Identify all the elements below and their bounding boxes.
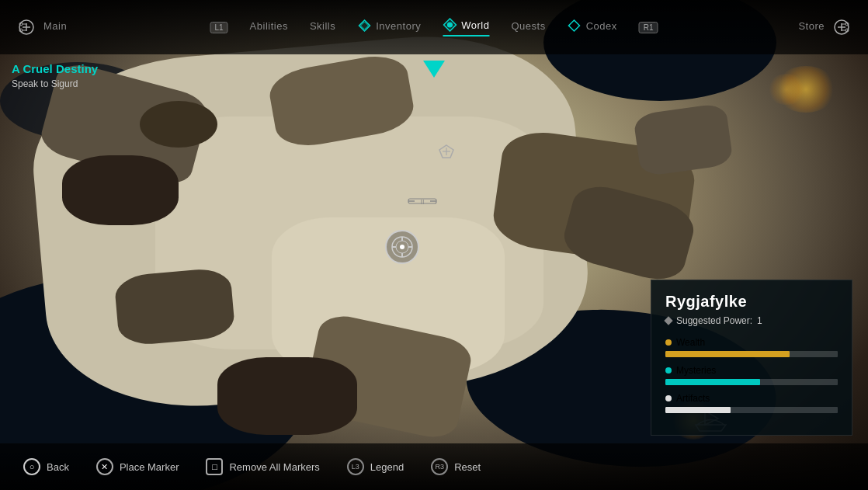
region-power: Suggested Power: 1 [665, 315, 838, 326]
map-direction-arrow [423, 61, 445, 78]
tab-quests-label: Quests [511, 20, 545, 32]
player-circle [385, 230, 419, 264]
tab-skills-label: Skills [310, 20, 335, 32]
region-info-panel: Rygjafylke Suggested Power: 1 Wealth Mys… [651, 280, 852, 436]
artifacts-bar-bg [665, 407, 838, 413]
action-back[interactable]: ○ Back [23, 458, 69, 475]
action-legend[interactable]: L3 Legend [347, 458, 404, 475]
reset-label: Reset [454, 461, 481, 473]
region-name: Rygjafylke [665, 293, 838, 311]
artifacts-bar-fill [665, 407, 731, 413]
main-menu-icon[interactable] [16, 16, 37, 38]
tab-world-label: World [461, 19, 489, 31]
wealth-label: Wealth [676, 337, 705, 348]
map-light-2 [767, 74, 806, 105]
place-marker-button-icon[interactable]: ✕ [96, 458, 113, 475]
tab-codex[interactable]: Codex [568, 19, 617, 36]
mysteries-bar-fill [665, 379, 760, 385]
top-nav-bar: Main L1 Abilities Skills Inventory World… [0, 0, 868, 54]
region-power-value: 1 [757, 315, 762, 326]
tab-world[interactable]: World [443, 18, 489, 36]
player-position-marker [385, 230, 419, 264]
stat-row-wealth: Wealth [665, 337, 838, 357]
stat-label-mysteries: Mysteries [665, 365, 838, 376]
action-place-marker[interactable]: ✕ Place Marker [96, 458, 179, 475]
nav-center: L1 Abilities Skills Inventory World Ques… [210, 18, 658, 36]
mysteries-bar-bg [665, 379, 838, 385]
quest-title: A Cruel Destiny [12, 62, 98, 75]
back-button-icon[interactable]: ○ [23, 458, 40, 475]
wealth-bar-bg [665, 351, 838, 357]
stat-row-mysteries: Mysteries [665, 365, 838, 385]
bottom-action-bar: ○ Back ✕ Place Marker □ Remove All Marke… [0, 443, 868, 490]
tab-abilities[interactable]: Abilities [250, 20, 288, 35]
tab-codex-label: Codex [586, 20, 617, 32]
quest-info-panel: A Cruel Destiny Speak to Sigurd [12, 62, 98, 89]
store-icon[interactable] [831, 16, 852, 38]
svg-point-7 [447, 23, 452, 27]
svg-point-28 [400, 245, 404, 249]
legend-label: Legend [370, 461, 404, 473]
mysteries-dot [665, 367, 672, 374]
remove-markers-button-icon[interactable]: □ [206, 458, 223, 475]
mysteries-label: Mysteries [676, 365, 716, 376]
l1-button[interactable]: L1 [210, 22, 227, 33]
wealth-dot [665, 339, 672, 346]
legend-button-icon[interactable]: L3 [347, 458, 364, 475]
tab-abilities-label: Abilities [250, 20, 288, 32]
svg-text:II: II [420, 198, 424, 206]
wealth-bar-empty [790, 351, 838, 357]
tab-inventory[interactable]: Inventory [357, 19, 421, 36]
map-marker-1[interactable] [435, 144, 458, 162]
store-label[interactable]: Store [798, 20, 825, 35]
tab-skills[interactable]: Skills [310, 20, 335, 35]
action-remove-markers[interactable]: □ Remove All Markers [206, 458, 319, 475]
remove-markers-label: Remove All Markers [229, 461, 319, 473]
back-label: Back [47, 461, 69, 473]
nav-left: Main [16, 16, 67, 38]
map-marker-2[interactable]: II [407, 193, 438, 213]
main-menu-label[interactable]: Main [43, 20, 67, 35]
stat-label-artifacts: Artifacts [665, 393, 838, 404]
power-diamond-icon [664, 316, 672, 325]
artifacts-dot [665, 395, 672, 401]
artifacts-bar-empty [731, 407, 838, 413]
quest-subtitle: Speak to Sigurd [12, 78, 98, 89]
nav-right: Store [798, 16, 852, 38]
tab-quests[interactable]: Quests [511, 20, 545, 35]
region-power-label: Suggested Power: [676, 315, 752, 326]
mysteries-bar-empty [760, 379, 838, 385]
reset-button-icon[interactable]: R3 [431, 458, 448, 475]
tab-inventory-label: Inventory [376, 20, 421, 32]
wealth-bar-fill [665, 351, 790, 357]
place-marker-label: Place Marker [120, 461, 179, 473]
r1-button[interactable]: R1 [639, 22, 658, 33]
artifacts-label: Artifacts [676, 393, 710, 404]
stat-row-artifacts: Artifacts [665, 393, 838, 413]
action-reset[interactable]: R3 Reset [431, 458, 481, 475]
stat-label-wealth: Wealth [665, 337, 838, 348]
